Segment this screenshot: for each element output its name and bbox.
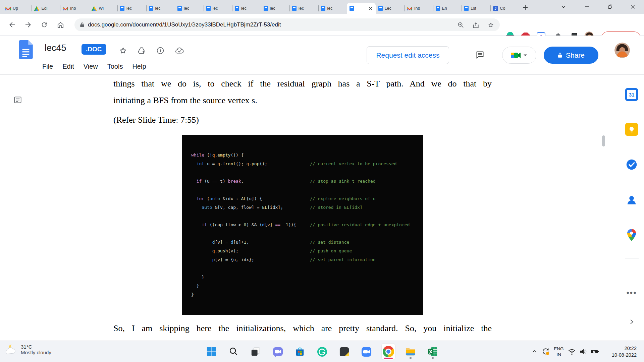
wifi-icon[interactable]: [566, 341, 578, 362]
tasks-icon: [625, 158, 638, 171]
menu-edit[interactable]: Edit: [62, 63, 74, 70]
forward-button[interactable]: [22, 19, 34, 31]
tab-label: En: [442, 6, 459, 11]
share-button[interactable]: Share: [544, 47, 598, 64]
code-blank-line: [191, 229, 423, 238]
paragraph-1-line-2: initiating a BFS from the source vertex …: [113, 92, 492, 109]
browser-tab-14[interactable]: Inb: [404, 3, 433, 14]
menu-file[interactable]: File: [42, 63, 53, 70]
language-indicator[interactable]: ENG IN: [551, 346, 566, 357]
sidebar-item-tasks[interactable]: [625, 158, 639, 172]
browser-tab-3[interactable]: Wi: [89, 3, 118, 14]
bookmark-star-icon[interactable]: [487, 21, 494, 28]
close-window-button[interactable]: [625, 0, 641, 13]
new-tab-button[interactable]: [521, 3, 530, 12]
zoom-app-button[interactable]: [360, 344, 373, 360]
document-title[interactable]: lec45: [45, 43, 66, 53]
browser-tab-4[interactable]: lec: [117, 3, 146, 14]
grammarly-app-button[interactable]: [315, 344, 329, 360]
maximize-button[interactable]: [602, 0, 618, 13]
cloud-saved-icon[interactable]: [174, 46, 184, 56]
zoom-page-icon[interactable]: [457, 21, 464, 28]
share-page-icon[interactable]: [472, 21, 479, 28]
reload-button[interactable]: [38, 19, 50, 31]
document-outline-icon[interactable]: [13, 96, 22, 104]
chevron-up-icon: [531, 349, 537, 355]
excel-app-button[interactable]: [426, 344, 439, 360]
chevron-down-icon: [561, 4, 566, 9]
browser-tab-13[interactable]: Lec: [376, 3, 405, 14]
task-view-icon: [251, 347, 261, 357]
tray-time: 20:22: [600, 345, 637, 352]
back-button[interactable]: [6, 19, 18, 31]
browser-tab-1[interactable]: Edi: [32, 3, 60, 14]
sidebar-item-contacts[interactable]: [625, 193, 639, 207]
move-to-drive-icon[interactable]: [137, 46, 147, 56]
browser-window: UpEdiInbWileclecleclecleclecleclecLecInb…: [0, 0, 644, 362]
battery-saver-icon[interactable]: [589, 341, 600, 362]
get-add-ons-button[interactable]: •••: [625, 286, 639, 300]
browser-tab-10[interactable]: lec: [289, 3, 318, 14]
browser-tab-16[interactable]: 1st: [462, 3, 490, 14]
more-dots-icon: •••: [626, 288, 637, 298]
home-button[interactable]: [54, 19, 66, 31]
menu-help[interactable]: Help: [132, 63, 146, 70]
docs-account-avatar[interactable]: [614, 43, 630, 58]
browser-tab-12-active[interactable]: [347, 3, 376, 14]
contacts-icon: [626, 194, 638, 206]
teams-chat-button[interactable]: [271, 344, 284, 360]
gmail-icon: [63, 6, 68, 11]
browser-tab-7[interactable]: lec: [204, 3, 232, 14]
docs-icon: [177, 6, 182, 11]
google-docs-logo[interactable]: [19, 40, 33, 59]
request-edit-access-button[interactable]: Request edit access: [367, 46, 449, 64]
video-camera-icon: [361, 347, 372, 357]
docs-icon: [436, 6, 440, 11]
menu-tools[interactable]: Tools: [107, 63, 123, 70]
comment-history-icon[interactable]: [475, 50, 485, 60]
menu-view[interactable]: View: [84, 63, 98, 70]
notes-app-button[interactable]: [337, 344, 351, 360]
join-meet-button[interactable]: [502, 47, 536, 64]
taskbar-weather-widget[interactable]: 31°C Mostly cloudy: [5, 343, 51, 356]
volume-icon[interactable]: [578, 341, 589, 362]
code-line: if ((cap-flow > 0) && (d[v] == -1)){// p…: [191, 221, 423, 229]
forward-icon: [24, 21, 32, 29]
document-status-info-icon[interactable]: [155, 46, 165, 56]
tab-label: Edi: [42, 6, 58, 11]
browser-tab-11[interactable]: lec: [318, 3, 347, 14]
browser-tab-6[interactable]: lec: [175, 3, 204, 14]
browser-tab-8[interactable]: lec: [232, 3, 261, 14]
chrome-app-button[interactable]: [382, 344, 395, 360]
taskbar-search-button[interactable]: [227, 344, 240, 360]
browser-tab-17[interactable]: JCo: [490, 3, 519, 14]
address-bar[interactable]: docs.google.com/document/d/1USoUxy1Gzoy3…: [74, 18, 500, 31]
onedrive-sync-icon[interactable]: [540, 341, 551, 362]
tab-close-icon[interactable]: [368, 6, 373, 11]
browser-tab-2[interactable]: Inb: [60, 3, 89, 14]
browser-tab-0[interactable]: Up: [3, 3, 32, 14]
code-line: while (!q.empty()) {: [191, 151, 423, 160]
sidebar-item-calendar[interactable]: 31: [625, 87, 639, 102]
tab-label: lec: [155, 6, 172, 11]
microsoft-store-button[interactable]: [293, 344, 307, 360]
sidebar-item-keep[interactable]: [625, 122, 639, 136]
taskbar-app-icons: [205, 341, 439, 362]
browser-tab-15[interactable]: En: [433, 3, 462, 14]
drive-icon: [92, 6, 97, 11]
document-scrollbar-thumb[interactable]: [602, 135, 605, 146]
document-canvas[interactable]: things that we do is, to check if the re…: [0, 75, 644, 341]
hide-side-panel-button[interactable]: [625, 315, 639, 329]
start-button[interactable]: [205, 344, 218, 360]
task-view-button[interactable]: [249, 344, 262, 360]
minimize-button[interactable]: [580, 0, 595, 13]
sidebar-item-maps[interactable]: [625, 228, 639, 242]
browser-tab-9[interactable]: lec: [261, 3, 290, 14]
tray-overflow-button[interactable]: [529, 341, 540, 362]
tab-search-button[interactable]: [556, 0, 571, 13]
taskbar-clock[interactable]: 20:22 10-08-2022: [600, 345, 644, 358]
tab-list: UpEdiInbWileclecleclecleclecleclecLecInb…: [3, 3, 519, 14]
star-document-icon[interactable]: [118, 46, 128, 56]
file-explorer-button[interactable]: [404, 344, 417, 360]
browser-tab-5[interactable]: lec: [146, 3, 175, 14]
